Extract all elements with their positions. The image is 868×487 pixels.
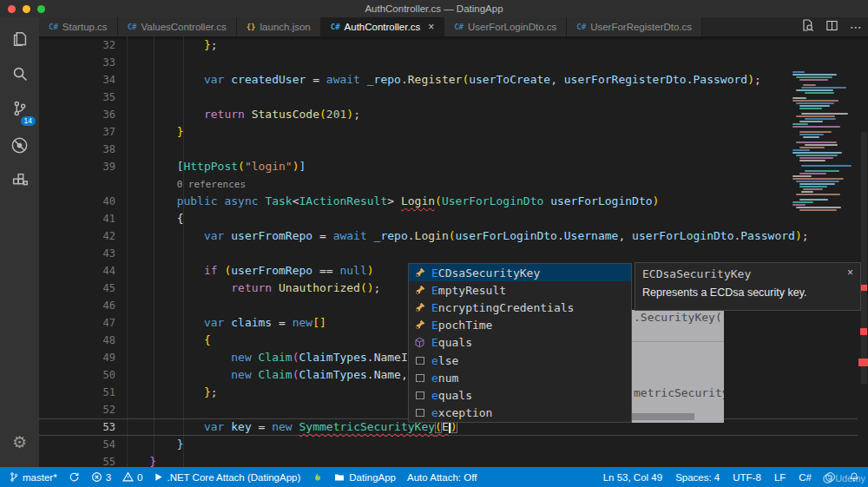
code-line-35[interactable]: 35: [39, 89, 868, 106]
split-editor-icon[interactable]: [825, 19, 838, 36]
line-number[interactable]: 51: [39, 384, 122, 401]
line-number[interactable]: 46: [39, 297, 122, 314]
codelens-references[interactable]: 0 references: [177, 179, 246, 190]
line-number[interactable]: 34: [39, 71, 122, 89]
tab-Startup.cs[interactable]: C#Startup.cs: [39, 17, 118, 36]
code-line-42[interactable]: 42 var userFromRepo = await _repo.Login(…: [39, 227, 868, 245]
more-actions-icon[interactable]: ⋯: [850, 20, 863, 34]
line-number[interactable]: 47: [39, 314, 122, 332]
code-text: 0 references: [122, 175, 246, 193]
scrollbar[interactable]: [858, 36, 868, 467]
line-number[interactable]: 41: [39, 210, 122, 227]
minimap-line: [799, 209, 837, 211]
suggestion-EpochTime[interactable]: EpochTime: [409, 317, 631, 334]
minimap-line: [792, 123, 808, 125]
ghost-text: .SecurityKey(: [634, 311, 722, 324]
tab-AuthController.cs[interactable]: C#AuthController.cs×: [321, 17, 444, 36]
close-tab-icon[interactable]: ×: [428, 21, 434, 33]
flame-icon: [312, 471, 322, 484]
minimap-line: [799, 186, 827, 188]
code-line-33[interactable]: 33: [39, 54, 868, 71]
tab-launch.json[interactable]: {}launch.json: [237, 17, 321, 36]
line-number[interactable]: 33: [39, 54, 122, 71]
suggestion-EncryptingCredentials[interactable]: EncryptingCredentials: [409, 299, 631, 316]
status-label: 3: [106, 472, 111, 483]
code-editor[interactable]: 32 };3334 var createdUser = await _repo.…: [39, 36, 868, 467]
status-master-[interactable]: master*: [9, 471, 57, 483]
minimap[interactable]: [792, 71, 857, 236]
status-spaces-4[interactable]: Spaces: 4: [675, 472, 720, 483]
code-line-36[interactable]: 36 return StatusCode(201);: [39, 106, 868, 123]
code-line-40[interactable]: 40 public async Task<IActionResult> Logi…: [39, 193, 868, 210]
minimize-window-button[interactable]: [23, 5, 30, 13]
line-number[interactable]: 39: [39, 158, 122, 175]
suggestion-ECDsaSecurityKey[interactable]: ECDsaSecurityKey: [409, 264, 631, 281]
line-number[interactable]: 38: [39, 141, 122, 158]
explorer-icon[interactable]: [0, 26, 39, 52]
line-number[interactable]: 35: [39, 89, 122, 106]
code-line-55[interactable]: 55 }: [39, 453, 868, 467]
status-c#[interactable]: C#: [799, 472, 812, 483]
line-number[interactable]: 49: [39, 349, 122, 366]
status-utf-8[interactable]: UTF-8: [733, 472, 761, 483]
close-icon[interactable]: ×: [847, 267, 853, 279]
line-number[interactable]: 45: [39, 280, 122, 297]
tab-UserForRegisterDto.cs[interactable]: C#UserForRegisterDto.cs: [567, 17, 702, 36]
status-0[interactable]: 0: [122, 471, 142, 483]
source-control-icon[interactable]: 14: [0, 95, 39, 122]
suggestion-enum[interactable]: enum: [409, 369, 631, 386]
maximize-window-button[interactable]: [37, 5, 45, 13]
status-flame[interactable]: [312, 471, 322, 484]
line-number[interactable]: [39, 175, 122, 193]
suggestion-exception[interactable]: exception: [409, 405, 631, 422]
code-line-34[interactable]: 34 var createdUser = await _repo.Registe…: [39, 71, 868, 89]
status-datingapp[interactable]: DatingApp: [333, 472, 396, 483]
status-3[interactable]: 3: [91, 471, 111, 483]
codelens-row[interactable]: 0 references: [39, 175, 868, 193]
line-number[interactable]: 40: [39, 193, 122, 210]
suggestion-else[interactable]: else: [409, 352, 631, 369]
code-line-41[interactable]: 41 {: [39, 210, 868, 227]
suggestion-EmptyResult[interactable]: EmptyResult: [409, 281, 631, 299]
search-icon[interactable]: [0, 61, 39, 87]
status-ln-53-col-49[interactable]: Ln 53, Col 49: [603, 472, 662, 483]
status-sync[interactable]: [69, 471, 80, 483]
suggestion-Equals[interactable]: Equals: [409, 334, 631, 352]
code-line-38[interactable]: 38: [39, 141, 868, 158]
status-lf[interactable]: LF: [774, 472, 786, 483]
line-number[interactable]: 54: [39, 436, 122, 453]
line-number[interactable]: 52: [39, 401, 122, 418]
status-label: Ln 53, Col 49: [603, 472, 662, 483]
udemy-logo-icon: [823, 474, 832, 484]
line-number[interactable]: 48: [39, 332, 122, 349]
line-number[interactable]: 36: [39, 106, 122, 123]
code-line-43[interactable]: 43: [39, 245, 868, 262]
code-line-32[interactable]: 32 };: [39, 36, 868, 54]
settings-gear-icon[interactable]: ⚙: [0, 429, 39, 455]
status--net-core-attach-datinga[interactable]: .NET Core Attach (DatingApp): [154, 472, 300, 483]
folder-icon: [333, 472, 345, 483]
line-number[interactable]: 44: [39, 262, 122, 280]
tab-UserForLoginDto.cs[interactable]: C#UserForLoginDto.cs: [444, 17, 567, 36]
debug-icon[interactable]: [0, 132, 39, 158]
code-line-37[interactable]: 37 }: [39, 123, 868, 141]
code-text: [HttpPost("login")]: [122, 158, 306, 175]
code-line-39[interactable]: 39 [HttpPost("login")]: [39, 158, 868, 175]
line-number[interactable]: 55: [39, 453, 122, 467]
line-number[interactable]: 42: [39, 227, 122, 245]
close-window-button[interactable]: [8, 5, 16, 13]
tab-ValuesController.cs[interactable]: C#ValuesController.cs: [118, 17, 237, 36]
line-number[interactable]: 53: [39, 418, 122, 436]
suggest-docs-popup: ECDsaSecurityKey Represents a ECDsa secu…: [635, 262, 861, 311]
suggestion-equals[interactable]: equals: [409, 386, 631, 404]
line-number[interactable]: 50: [39, 366, 122, 384]
git-branch-icon: [9, 471, 19, 483]
line-number[interactable]: 32: [39, 36, 122, 54]
json-file-icon: {}: [247, 23, 256, 31]
code-line-54[interactable]: 54 }: [39, 436, 868, 453]
line-number[interactable]: 37: [39, 123, 122, 141]
line-number[interactable]: 43: [39, 245, 122, 262]
open-changes-icon[interactable]: [800, 18, 814, 36]
extensions-icon[interactable]: [0, 168, 39, 194]
status-auto-attach-off[interactable]: Auto Attach: Off: [407, 472, 477, 483]
